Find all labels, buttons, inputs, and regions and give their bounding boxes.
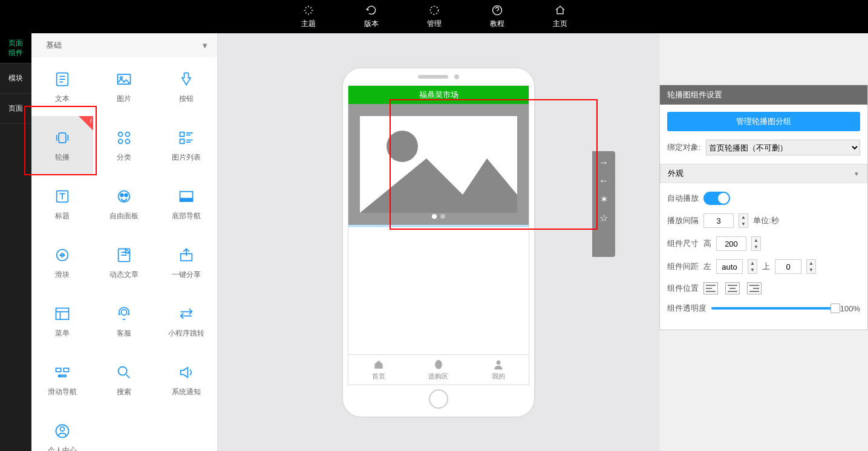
autoplay-toggle[interactable] bbox=[703, 192, 730, 205]
manage-carousel-button[interactable]: 管理轮播图分组 bbox=[667, 112, 860, 131]
align-right-button[interactable] bbox=[747, 282, 762, 294]
topbar-tutorial[interactable]: 教程 bbox=[490, 4, 504, 29]
carousel-preview[interactable] bbox=[348, 104, 529, 225]
component-freepanel[interactable]: 自由面板 bbox=[93, 175, 155, 233]
component-slidenav[interactable]: 滑动导航 bbox=[31, 351, 93, 409]
opacity-label: 组件透明度 bbox=[667, 303, 706, 314]
button-icon bbox=[177, 70, 196, 89]
action-back-icon[interactable]: ← bbox=[599, 175, 609, 186]
topbar-theme[interactable]: 主题 bbox=[301, 4, 316, 29]
action-move-icon[interactable]: → bbox=[599, 157, 609, 168]
margin-left-spinner[interactable]: ▲▼ bbox=[748, 259, 757, 274]
height-input[interactable] bbox=[716, 236, 746, 251]
svg-point-14 bbox=[121, 193, 124, 196]
leftbar-page-widgets[interactable]: 页面 组件 bbox=[0, 33, 31, 63]
margin-top-spinner[interactable]: ▲▼ bbox=[806, 259, 816, 274]
autoplay-label: 自动播放 bbox=[667, 193, 699, 204]
opacity-slider[interactable] bbox=[711, 307, 835, 310]
svg-point-9 bbox=[126, 139, 130, 143]
properties-title: 轮播图组件设置 bbox=[660, 85, 867, 105]
topbar-tutorial-label: 教程 bbox=[490, 19, 504, 29]
component-service[interactable]: 客服 bbox=[93, 292, 155, 351]
component-label: 图片 bbox=[117, 94, 131, 104]
component-label: 动态文章 bbox=[109, 270, 139, 280]
text-icon bbox=[53, 70, 72, 89]
component-label: 按钮 bbox=[179, 94, 194, 104]
component-category[interactable]: 分类 bbox=[93, 116, 155, 175]
leftbar-pages[interactable]: 页面 bbox=[0, 94, 31, 124]
component-profile[interactable]: 个人中心 bbox=[31, 409, 93, 451]
svg-point-26 bbox=[61, 375, 64, 377]
component-share[interactable]: 一键分享 bbox=[155, 233, 217, 292]
phone-tab-home[interactable]: 首页 bbox=[348, 355, 408, 384]
topbar-manage[interactable]: 管理 bbox=[427, 4, 442, 29]
bind-object-select[interactable]: 首页轮播图（不可删） bbox=[706, 140, 860, 155]
svg-rect-21 bbox=[56, 308, 69, 320]
component-button[interactable]: 按钮 bbox=[155, 57, 217, 116]
svg-rect-10 bbox=[180, 132, 184, 137]
height-spinner[interactable]: ▲▼ bbox=[751, 236, 761, 251]
svg-point-32 bbox=[387, 131, 418, 162]
svg-point-6 bbox=[119, 132, 123, 137]
phone-mockup: 福鼎菜市场 首页 选购区 我的 bbox=[342, 67, 535, 418]
phone-notch bbox=[343, 68, 534, 85]
component-menu[interactable]: 菜单 bbox=[31, 292, 93, 351]
component-label: 图片列表 bbox=[172, 152, 201, 163]
imglist-icon bbox=[177, 128, 196, 148]
component-title[interactable]: 标题 bbox=[31, 175, 93, 233]
component-image[interactable]: 图片 bbox=[93, 57, 155, 116]
align-center-button[interactable] bbox=[725, 282, 740, 294]
action-settings-icon[interactable]: ✶ bbox=[600, 193, 608, 205]
component-label: 滑块 bbox=[55, 270, 70, 280]
canvas-area: 福鼎菜市场 首页 选购区 我的 → ← ✶ ☆ bbox=[218, 33, 659, 451]
components-group-header[interactable]: 基础 ▼ bbox=[31, 33, 217, 57]
component-miniprog[interactable]: 小程序跳转 bbox=[155, 292, 217, 351]
component-text[interactable]: 文本 bbox=[31, 57, 93, 116]
action-star-icon[interactable]: ☆ bbox=[599, 212, 608, 224]
chevron-down-icon: ▼ bbox=[201, 41, 209, 50]
top-toolbar: 主题 版本 管理 教程 主页 bbox=[0, 0, 868, 33]
component-slider[interactable]: 滑块 bbox=[31, 233, 93, 292]
component-search[interactable]: 搜索 bbox=[93, 351, 155, 409]
left-sidebar: 页面 组件 模块 页面 bbox=[0, 33, 31, 451]
interval-unit: 单位:秒 bbox=[753, 215, 779, 226]
svg-point-27 bbox=[64, 375, 67, 377]
margin-top-input[interactable] bbox=[775, 259, 801, 274]
position-row: 组件位置 bbox=[667, 282, 860, 294]
component-label: 自由面板 bbox=[109, 211, 139, 221]
svg-rect-5 bbox=[59, 133, 66, 143]
topbar-home[interactable]: 主页 bbox=[553, 4, 567, 29]
interval-input[interactable] bbox=[703, 213, 734, 228]
interval-spinner[interactable]: ▲▼ bbox=[739, 213, 748, 228]
component-label: 系统通知 bbox=[172, 387, 201, 397]
topbar-version[interactable]: 版本 bbox=[364, 4, 379, 29]
align-left-button[interactable] bbox=[703, 282, 718, 294]
components-panel: 基础 ▼ 文本图片按钮轮播分类图片列表标题自由面板底部导航滑块动态文章一键分享菜… bbox=[31, 33, 218, 451]
component-bottomnav[interactable]: 底部导航 bbox=[155, 175, 217, 233]
component-label: 一键分享 bbox=[172, 270, 201, 280]
svg-point-8 bbox=[119, 139, 123, 143]
component-imglist[interactable]: 图片列表 bbox=[155, 116, 217, 175]
phone-tab-shop[interactable]: 选购区 bbox=[408, 355, 468, 384]
topbar-version-label: 版本 bbox=[364, 19, 379, 29]
phone-tabbar: 首页 选购区 我的 bbox=[348, 354, 529, 384]
svg-point-30 bbox=[60, 427, 65, 431]
svg-point-22 bbox=[122, 310, 127, 315]
properties-panel: 轮播图组件设置 管理轮播图分组 绑定对象: 首页轮播图（不可删） 外观 ▼ 自动… bbox=[659, 85, 868, 330]
appearance-section-header[interactable]: 外观 ▼ bbox=[660, 164, 867, 183]
component-label: 搜索 bbox=[117, 387, 131, 397]
leftbar-modules[interactable]: 模块 bbox=[0, 63, 31, 94]
components-group-label: 基础 bbox=[40, 40, 62, 51]
info-badge-icon bbox=[79, 116, 93, 131]
phone-tab-mine[interactable]: 我的 bbox=[469, 355, 529, 384]
margin-left-input[interactable] bbox=[716, 259, 743, 274]
component-label: 菜单 bbox=[55, 328, 70, 339]
component-carousel[interactable]: 轮播 bbox=[31, 116, 93, 175]
component-article[interactable]: 动态文章 bbox=[93, 233, 155, 292]
profile-icon bbox=[53, 421, 72, 441]
svg-point-28 bbox=[119, 367, 127, 375]
bottomnav-icon bbox=[177, 187, 196, 206]
miniprog-icon bbox=[177, 304, 196, 323]
size-row: 组件尺寸 高 ▲▼ bbox=[667, 236, 860, 251]
component-notice[interactable]: 系统通知 bbox=[155, 351, 217, 409]
